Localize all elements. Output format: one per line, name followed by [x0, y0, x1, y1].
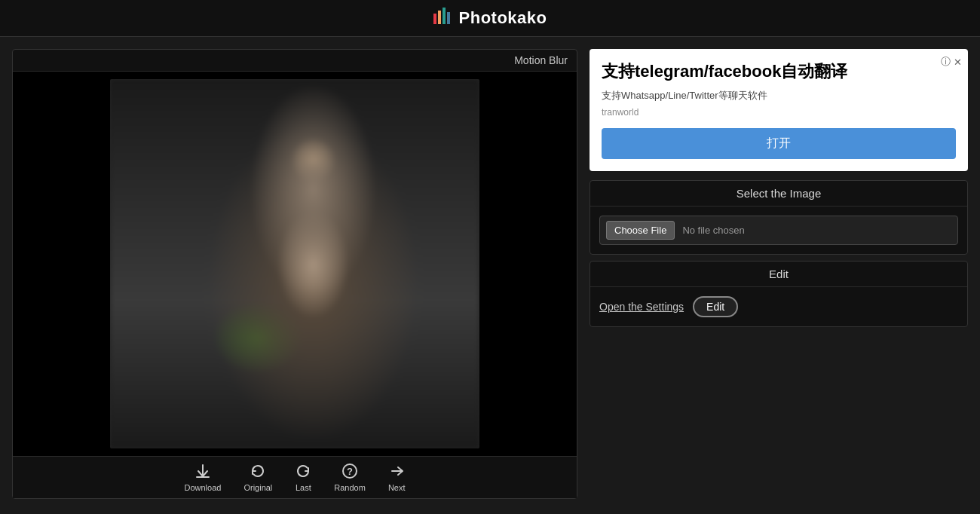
select-image-section: Select the Image Choose File No file cho…: [590, 180, 968, 255]
toolbar-random[interactable]: ? Random: [334, 463, 366, 492]
file-status: No file chosen: [682, 225, 744, 236]
last-icon: [295, 463, 311, 482]
toolbar-last-label: Last: [296, 483, 311, 492]
download-icon: [194, 463, 211, 482]
toolbar-download[interactable]: Download: [184, 463, 221, 492]
toolbar-last[interactable]: Last: [295, 463, 311, 492]
toolbar-original[interactable]: Original: [243, 463, 272, 492]
main-container: Motion Blur Download: [0, 37, 980, 511]
toolbar: Download Original Last: [13, 456, 577, 498]
svg-text:?: ?: [347, 466, 353, 477]
toolbar-next[interactable]: Next: [388, 463, 406, 492]
left-panel: Motion Blur Download: [12, 49, 577, 499]
toolbar-original-label: Original: [243, 483, 272, 492]
ad-title: 支持telegram/facebook自动翻译: [602, 61, 956, 83]
toolbar-random-label: Random: [334, 483, 366, 492]
open-settings-button[interactable]: Open the Settings: [599, 301, 684, 313]
ad-source: tranworld: [602, 107, 956, 118]
edit-header: Edit: [590, 262, 967, 287]
svg-rect-0: [433, 14, 436, 24]
ad-box: ⓘ ✕ 支持telegram/facebook自动翻译 支持Whatsapp/L…: [590, 49, 968, 171]
toolbar-download-label: Download: [184, 483, 221, 492]
toolbar-next-label: Next: [388, 483, 406, 492]
site-title: Photokako: [459, 8, 547, 28]
select-image-body: Choose File No file chosen: [590, 207, 967, 254]
right-panel: ⓘ ✕ 支持telegram/facebook自动翻译 支持Whatsapp/L…: [590, 49, 968, 499]
edit-body: Open the Settings Edit: [590, 287, 967, 326]
select-image-header: Select the Image: [590, 181, 967, 207]
svg-rect-2: [443, 8, 446, 24]
next-icon: [388, 463, 405, 482]
ad-close-button[interactable]: ⓘ ✕: [941, 55, 962, 69]
header: Photokako: [0, 0, 980, 37]
image-placeholder: [110, 79, 479, 448]
choose-file-button[interactable]: Choose File: [606, 221, 675, 240]
svg-rect-3: [447, 12, 450, 24]
panel-title: Motion Blur: [13, 50, 577, 72]
svg-rect-1: [438, 11, 441, 24]
original-icon: [250, 463, 266, 482]
ad-close-icon[interactable]: ✕: [954, 57, 962, 68]
image-area: [13, 72, 577, 456]
edit-button[interactable]: Edit: [693, 296, 738, 317]
logo-icon: [433, 8, 453, 29]
ad-open-button[interactable]: 打开: [602, 128, 956, 159]
bottom-pagination: [0, 511, 980, 514]
file-input-wrapper: Choose File No file chosen: [599, 216, 958, 245]
edit-section: Edit Open the Settings Edit: [590, 261, 968, 327]
random-icon: ?: [341, 463, 358, 482]
blurred-image: [110, 79, 479, 448]
ad-subtitle: 支持Whatsapp/Line/Twitter等聊天软件: [602, 89, 956, 102]
ad-info-icon: ⓘ: [941, 55, 951, 69]
